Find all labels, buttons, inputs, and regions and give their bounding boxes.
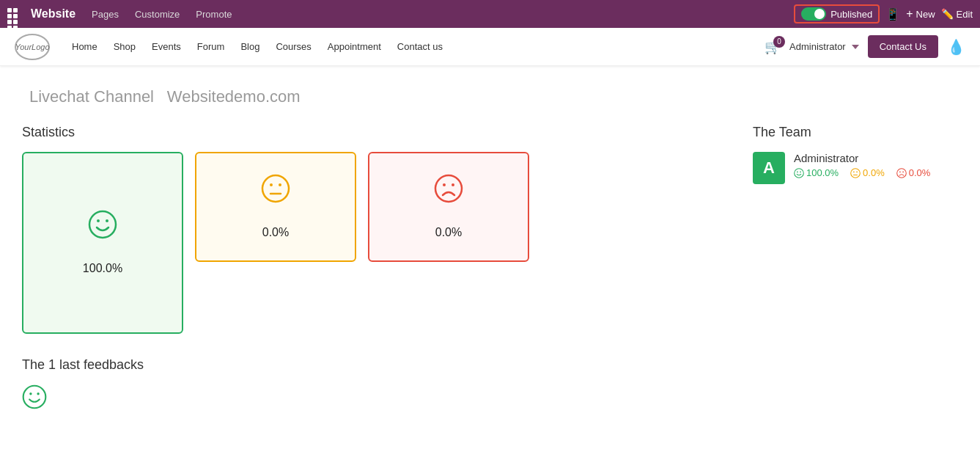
svg-point-1 [97,219,100,222]
nav-blog[interactable]: Blog [233,38,267,55]
happy-percent: 100.0% [83,258,122,277]
svg-point-20 [896,168,906,178]
new-label: New [916,9,935,20]
right-section: The Team A Administrator 100.0 [753,125,958,415]
main-content: Livechat Channel Websitedemo.com Statist… [0,66,980,432]
neutral-card: 0.0% [195,152,356,262]
nav-promote[interactable]: Promote [191,7,236,21]
team-member: A Administrator 100.0% [753,152,958,184]
content-layout: Statistics 100.0% [22,125,958,415]
nav-forum[interactable]: Forum [190,38,232,55]
svg-point-10 [23,386,46,409]
svg-point-14 [797,171,798,172]
new-button[interactable]: + New [906,7,935,21]
neutral-mini-icon [850,168,861,178]
nav-courses[interactable]: Courses [268,38,318,55]
feedbacks-title: The 1 last feedbacks [22,357,709,373]
svg-point-15 [800,171,801,172]
sad-face-icon [434,174,463,210]
published-label: Published [830,9,872,20]
contact-us-button[interactable]: Contact Us [868,35,938,58]
svg-point-18 [856,171,858,172]
top-bar-left: Website Pages Customize Promote [7,7,237,21]
sad-card: 0.0% [368,152,529,262]
nav-pages[interactable]: Pages [87,7,123,21]
sad-mini-icon [896,168,907,178]
brand-label: Website [31,7,75,21]
nav-events[interactable]: Events [144,38,188,55]
team-info: Administrator 100.0% [794,152,930,178]
happy-face-icon [88,210,117,246]
edit-label: Edit [957,9,973,20]
site-nav: YourLogo Home Shop Events Forum Blog Cou… [0,28,980,66]
statistics-title: Statistics [22,125,709,140]
top-bar-right: Published 📱 + New ✏️ Edit [794,4,973,23]
svg-point-12 [37,393,39,395]
mobile-icon[interactable]: 📱 [885,7,900,21]
left-section: Statistics 100.0% [22,125,709,415]
svg-point-17 [853,171,855,172]
svg-point-4 [270,183,273,186]
team-name: Administrator [794,152,930,164]
cart-button[interactable]: 🛒 0 [765,39,781,55]
stats-cards: 100.0% 0.0% [22,152,709,334]
svg-point-9 [452,183,454,186]
feedbacks-section: The 1 last feedbacks [22,357,709,415]
svg-point-8 [443,183,446,186]
site-nav-links: Home Shop Events Forum Blog Courses Appo… [65,38,765,55]
svg-point-3 [262,175,289,202]
logo-text: YourLogo [15,43,49,51]
svg-point-11 [29,393,32,395]
published-toggle[interactable]: Published [794,4,880,23]
svg-point-5 [279,183,281,186]
svg-point-2 [106,219,108,222]
drop-icon: 💧 [947,38,965,56]
nav-appointment[interactable]: Appointment [320,38,388,55]
neutral-face-icon [261,174,290,210]
apps-icon[interactable] [7,8,19,20]
plus-icon: + [906,7,913,21]
sad-percent: 0.0% [435,222,462,241]
nav-customize[interactable]: Customize [130,7,184,21]
logo-area: YourLogo [15,34,50,60]
edit-button[interactable]: ✏️ Edit [941,8,973,20]
team-title: The Team [753,125,958,140]
svg-point-22 [902,171,904,172]
svg-point-13 [795,168,804,178]
feedback-happy-icon [22,384,709,415]
team-stat-sad: 0.0% [896,167,931,178]
happy-card: 100.0% [22,152,183,334]
cart-badge: 0 [773,36,785,48]
team-stats: 100.0% 0.0% [794,167,930,178]
admin-label: Administrator [789,41,846,52]
toggle-switch[interactable] [801,7,826,21]
nav-shop[interactable]: Shop [106,38,143,55]
neutral-percent: 0.0% [262,222,289,241]
top-bar: Website Pages Customize Promote Publishe… [0,0,980,28]
top-bar-nav: Pages Customize Promote [87,7,236,21]
team-stat-happy: 100.0% [794,167,839,178]
svg-point-16 [851,168,861,178]
logo[interactable]: YourLogo [15,34,50,60]
nav-home[interactable]: Home [65,38,105,55]
svg-point-0 [89,211,116,238]
svg-point-21 [899,171,901,172]
page-title: Livechat Channel Websitedemo.com [22,84,958,107]
avatar: A [753,152,785,184]
nav-contact-us[interactable]: Contact us [390,38,450,55]
site-nav-right: 🛒 0 Administrator Contact Us 💧 [765,35,965,58]
happy-mini-icon [794,168,804,178]
chevron-down-icon [852,45,859,49]
svg-point-7 [435,175,462,202]
team-stat-neutral: 0.0% [850,167,885,178]
admin-dropdown[interactable]: Administrator [789,41,859,52]
pencil-icon: ✏️ [941,8,954,20]
